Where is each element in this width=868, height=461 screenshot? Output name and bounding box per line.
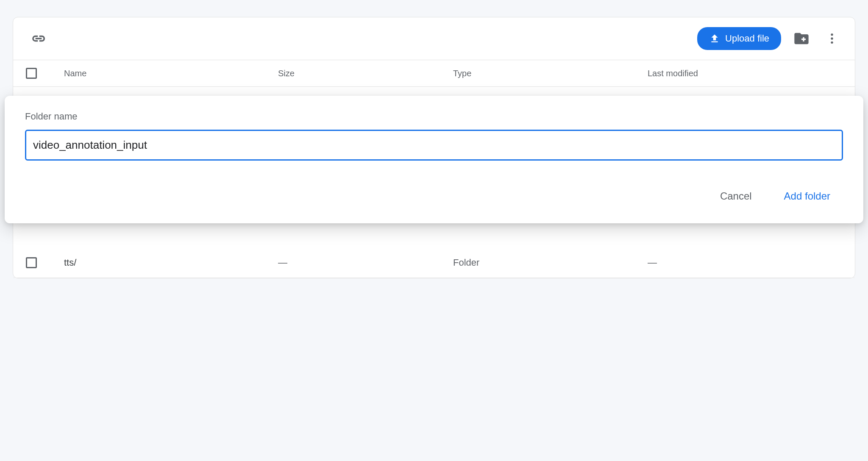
- row-size: —: [278, 257, 453, 268]
- table-row[interactable]: tts/ — Folder —: [13, 248, 855, 278]
- toolbar: Upload file: [13, 17, 855, 60]
- folder-name-input[interactable]: [25, 130, 843, 161]
- row-type: Folder: [453, 257, 648, 268]
- more-options-icon[interactable]: [822, 28, 842, 49]
- column-header-row: Name Size Type Last modified: [13, 60, 855, 87]
- column-header-modified[interactable]: Last modified: [648, 69, 842, 78]
- upload-file-button[interactable]: Upload file: [697, 27, 781, 50]
- column-header-type[interactable]: Type: [453, 69, 648, 78]
- row-name: tts/: [64, 257, 278, 268]
- svg-point-0: [831, 33, 833, 36]
- dialog-actions: Cancel Add folder: [25, 186, 843, 206]
- link-icon[interactable]: [26, 26, 51, 51]
- upload-icon: [709, 33, 720, 44]
- column-header-size[interactable]: Size: [278, 69, 453, 78]
- add-folder-button[interactable]: Add folder: [776, 186, 838, 206]
- upload-button-label: Upload file: [725, 33, 769, 44]
- column-header-name[interactable]: Name: [64, 69, 278, 78]
- svg-point-1: [831, 37, 833, 39]
- row-modified: —: [648, 257, 842, 268]
- row-checkbox[interactable]: [26, 257, 37, 268]
- select-all-checkbox[interactable]: [26, 68, 37, 79]
- new-folder-dialog: Folder name Cancel Add folder: [5, 96, 863, 223]
- svg-point-2: [831, 42, 833, 44]
- dialog-field-label: Folder name: [25, 111, 843, 122]
- file-browser-card: Upload file Name Size Type Last modified…: [13, 17, 855, 278]
- cancel-button[interactable]: Cancel: [712, 186, 760, 206]
- new-folder-icon[interactable]: [790, 27, 813, 50]
